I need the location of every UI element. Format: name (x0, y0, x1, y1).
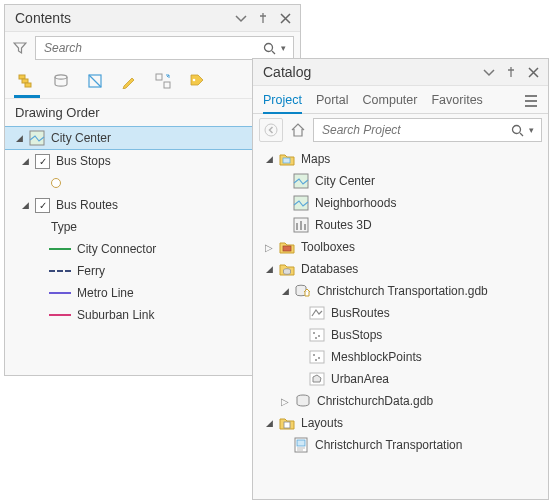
scene-icon (293, 217, 309, 233)
svg-rect-3 (25, 83, 31, 87)
caret-icon[interactable] (263, 154, 275, 164)
contents-search-input[interactable] (42, 40, 261, 56)
list-by-data-source-button[interactable] (49, 69, 73, 93)
map-city-center-item[interactable]: City Center (253, 170, 548, 192)
caret-icon[interactable] (19, 200, 31, 210)
list-by-editing-button[interactable] (117, 69, 141, 93)
caret-icon[interactable] (19, 156, 31, 166)
layout-icon (293, 437, 309, 453)
toolbox-folder-icon (279, 239, 295, 255)
line-symbol-icon (49, 314, 71, 316)
catalog-search[interactable]: ▾ (313, 118, 542, 142)
svg-point-0 (264, 43, 272, 51)
contents-search[interactable]: ▾ (35, 36, 294, 60)
tab-favorites[interactable]: Favorites (431, 89, 482, 113)
caret-icon[interactable] (263, 264, 275, 274)
line-symbol-icon (49, 248, 71, 250)
svg-rect-32 (297, 440, 305, 446)
search-dropdown-icon[interactable]: ▾ (525, 125, 537, 135)
legend-ferry-label: Ferry (75, 264, 105, 278)
panel-menu-icon[interactable] (480, 63, 498, 81)
tab-portal[interactable]: Portal (316, 89, 349, 113)
layer-bus-stops-label: Bus Stops (54, 154, 111, 168)
pin-icon[interactable] (502, 63, 520, 81)
database-folder-icon (279, 261, 295, 277)
pin-icon[interactable] (254, 9, 272, 27)
svg-point-26 (318, 357, 320, 359)
legend-connector-label: City Connector (75, 242, 156, 256)
fc-busstops-item[interactable]: BusStops (253, 324, 548, 346)
line-symbol-icon (49, 270, 71, 272)
catalog-menu-icon[interactable] (520, 90, 542, 112)
filter-icon[interactable] (11, 37, 29, 59)
folder-databases-row[interactable]: Databases (253, 258, 548, 280)
search-dropdown-icon[interactable]: ▾ (277, 43, 289, 53)
caret-icon[interactable] (263, 242, 275, 253)
back-button[interactable] (259, 118, 283, 142)
layouts-folder-icon (279, 415, 295, 431)
search-icon[interactable] (261, 40, 277, 56)
legend-suburban-label: Suburban Link (75, 308, 154, 322)
gdb-data-label: ChristchurchData.gdb (315, 394, 433, 408)
layout-christchurch-label: Christchurch Transportation (313, 438, 462, 452)
folder-layouts-row[interactable]: Layouts (253, 412, 548, 434)
fc-urbanarea-label: UrbanArea (329, 372, 389, 386)
list-by-drawing-order-button[interactable] (15, 69, 39, 93)
folder-databases-label: Databases (299, 262, 358, 276)
folder-maps-row[interactable]: Maps (253, 148, 548, 170)
line-featureclass-icon (309, 305, 325, 321)
layer-visibility-checkbox[interactable]: ✓ (35, 198, 50, 213)
point-featureclass-icon (309, 327, 325, 343)
home-geodatabase-icon (295, 283, 311, 299)
layer-visibility-checkbox[interactable]: ✓ (35, 154, 50, 169)
catalog-search-input[interactable] (320, 122, 509, 138)
caret-icon[interactable] (13, 133, 25, 143)
svg-rect-1 (19, 75, 25, 79)
map-neighborhoods-item[interactable]: Neighborhoods (253, 192, 548, 214)
map-city-center-label: City Center (313, 174, 375, 188)
tab-computer[interactable]: Computer (363, 89, 418, 113)
maps-folder-icon (279, 151, 295, 167)
map-city-center-label: City Center (49, 131, 111, 145)
legend-metro-label: Metro Line (75, 286, 134, 300)
scene-routes3d-item[interactable]: Routes 3D (253, 214, 548, 236)
fc-meshblock-label: MeshblockPoints (329, 350, 422, 364)
catalog-title: Catalog (263, 64, 480, 80)
search-icon[interactable] (509, 122, 525, 138)
gdb-transportation-row[interactable]: Christchurch Transportation.gdb (253, 280, 548, 302)
svg-rect-19 (310, 307, 324, 319)
point-featureclass-icon (309, 349, 325, 365)
svg-point-25 (313, 354, 315, 356)
map-icon (293, 195, 309, 211)
svg-rect-6 (156, 74, 162, 80)
polygon-featureclass-icon (309, 371, 325, 387)
close-icon[interactable] (276, 9, 294, 27)
svg-rect-2 (22, 79, 28, 83)
gdb-data-row[interactable]: ChristchurchData.gdb (253, 390, 548, 412)
panel-menu-icon[interactable] (232, 9, 250, 27)
svg-rect-30 (284, 422, 290, 428)
caret-icon[interactable] (279, 286, 291, 296)
list-by-selection-button[interactable] (83, 69, 107, 93)
fc-busroutes-label: BusRoutes (329, 306, 390, 320)
caret-icon[interactable] (263, 418, 275, 428)
fc-meshblock-item[interactable]: MeshblockPoints (253, 346, 548, 368)
caret-icon[interactable] (279, 396, 291, 407)
list-by-snapping-button[interactable] (151, 69, 175, 93)
svg-rect-20 (310, 329, 324, 341)
svg-point-11 (512, 125, 520, 133)
scene-routes3d-label: Routes 3D (313, 218, 372, 232)
fc-urbanarea-item[interactable]: UrbanArea (253, 368, 548, 390)
fc-busroutes-item[interactable]: BusRoutes (253, 302, 548, 324)
list-by-labeling-button[interactable] (185, 69, 209, 93)
point-symbol-icon (51, 178, 61, 188)
layout-christchurch-item[interactable]: Christchurch Transportation (253, 434, 548, 456)
tab-project[interactable]: Project (263, 89, 302, 113)
svg-point-27 (315, 359, 317, 361)
map-icon (293, 173, 309, 189)
map-icon (29, 130, 45, 146)
close-icon[interactable] (524, 63, 542, 81)
home-button[interactable] (287, 119, 309, 141)
folder-toolboxes-row[interactable]: Toolboxes (253, 236, 548, 258)
svg-point-10 (265, 124, 277, 136)
